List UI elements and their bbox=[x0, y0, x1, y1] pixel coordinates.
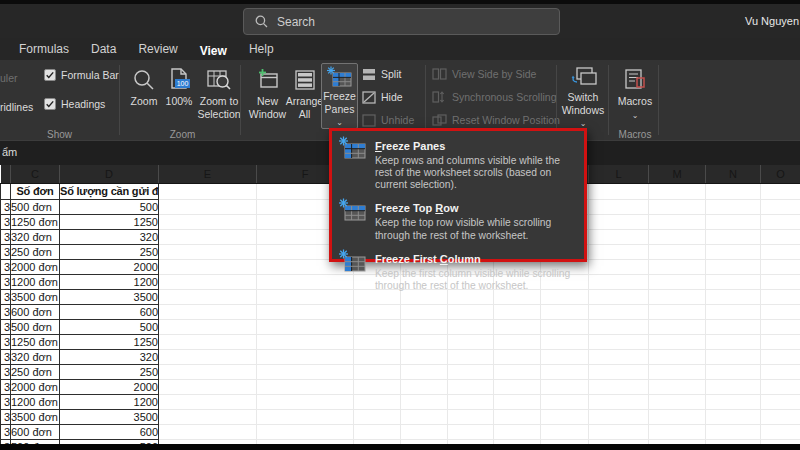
empty-cell[interactable] bbox=[159, 274, 257, 289]
empty-cell[interactable] bbox=[589, 199, 649, 214]
cell-quantity[interactable]: 500 bbox=[60, 199, 159, 214]
empty-cell[interactable] bbox=[761, 214, 800, 229]
cell-orders[interactable]: 500 đơn bbox=[11, 319, 60, 334]
empty-cell[interactable] bbox=[401, 334, 448, 349]
empty-cell[interactable] bbox=[541, 394, 589, 409]
zoom-to-selection-button[interactable]: Zoom to Selection bbox=[197, 63, 241, 129]
empty-cell[interactable] bbox=[401, 319, 448, 334]
cell-b[interactable]: 3 bbox=[1, 274, 11, 289]
empty-cell[interactable] bbox=[354, 349, 401, 364]
empty-cell[interactable] bbox=[401, 349, 448, 364]
cell-orders[interactable]: 3500 đơn bbox=[11, 409, 60, 424]
cell-quantity[interactable]: 2000 bbox=[60, 259, 159, 274]
empty-cell[interactable] bbox=[706, 199, 761, 214]
empty-cell[interactable] bbox=[159, 319, 257, 334]
reset-window-position-button[interactable]: Reset Window Position bbox=[432, 112, 560, 128]
empty-cell[interactable] bbox=[706, 229, 761, 244]
empty-cell[interactable] bbox=[257, 349, 354, 364]
cell-orders[interactable]: 1250 đơn bbox=[11, 214, 60, 229]
zoom-button[interactable]: Zoom bbox=[127, 63, 161, 129]
cell-b[interactable]: 3 bbox=[1, 289, 11, 304]
tab-formulas[interactable]: Formulas bbox=[8, 42, 80, 60]
cell-quantity[interactable]: 320 bbox=[60, 229, 159, 244]
empty-cell[interactable] bbox=[257, 379, 354, 394]
empty-cell[interactable] bbox=[706, 259, 761, 274]
empty-cell[interactable] bbox=[649, 199, 706, 214]
empty-cell[interactable] bbox=[761, 319, 800, 334]
empty-cell[interactable] bbox=[354, 409, 401, 424]
empty-cell[interactable] bbox=[448, 364, 494, 379]
menu-item-freeze-first-column[interactable]: Freeze First Column Keep the first colum… bbox=[339, 249, 578, 292]
empty-cell[interactable] bbox=[589, 183, 649, 199]
cell-orders[interactable]: 600 đơn bbox=[11, 304, 60, 319]
empty-cell[interactable] bbox=[761, 379, 800, 394]
cell-quantity[interactable]: 600 bbox=[60, 424, 159, 439]
empty-cell[interactable] bbox=[494, 379, 541, 394]
empty-cell[interactable] bbox=[448, 424, 494, 439]
cell-orders[interactable]: 2000 đơn bbox=[11, 259, 60, 274]
empty-cell[interactable] bbox=[401, 304, 448, 319]
empty-cell[interactable] bbox=[649, 229, 706, 244]
empty-cell[interactable] bbox=[761, 364, 800, 379]
cell-quantity[interactable]: 1200 bbox=[60, 394, 159, 409]
empty-cell[interactable] bbox=[706, 244, 761, 259]
empty-cell[interactable] bbox=[354, 424, 401, 439]
empty-cell[interactable] bbox=[589, 394, 649, 409]
cell-quantity[interactable]: 3500 bbox=[60, 289, 159, 304]
menu-item-freeze-panes[interactable]: Freeze Panes Keep rows and columns visib… bbox=[339, 136, 578, 191]
empty-cell[interactable] bbox=[761, 259, 800, 274]
column-header[interactable]: N bbox=[706, 165, 761, 183]
empty-cell[interactable] bbox=[649, 244, 706, 259]
unhide-button[interactable]: Unhide bbox=[362, 112, 414, 128]
column-header[interactable]: D bbox=[60, 165, 159, 183]
empty-cell[interactable] bbox=[257, 394, 354, 409]
cell-quantity[interactable]: 250 bbox=[60, 364, 159, 379]
empty-cell[interactable] bbox=[706, 409, 761, 424]
empty-cell[interactable] bbox=[706, 424, 761, 439]
empty-cell[interactable] bbox=[257, 334, 354, 349]
empty-cell[interactable] bbox=[354, 334, 401, 349]
cell-header-so-luong[interactable]: Số lượng cần gửi đi bbox=[60, 183, 159, 199]
empty-cell[interactable] bbox=[401, 364, 448, 379]
switch-windows-button[interactable]: Switch Windows ⌄ bbox=[558, 63, 608, 129]
empty-cell[interactable] bbox=[589, 424, 649, 439]
empty-cell[interactable] bbox=[649, 364, 706, 379]
empty-cell[interactable] bbox=[649, 319, 706, 334]
cell-quantity[interactable]: 3500 bbox=[60, 409, 159, 424]
empty-cell[interactable] bbox=[589, 409, 649, 424]
cell-quantity[interactable]: 2000 bbox=[60, 379, 159, 394]
empty-cell[interactable] bbox=[761, 424, 800, 439]
column-header[interactable]: C bbox=[11, 165, 60, 183]
cell-quantity[interactable]: 320 bbox=[60, 349, 159, 364]
empty-cell[interactable] bbox=[159, 349, 257, 364]
empty-cell[interactable] bbox=[257, 364, 354, 379]
cell-b[interactable]: 3 bbox=[1, 229, 11, 244]
empty-cell[interactable] bbox=[354, 319, 401, 334]
empty-cell[interactable] bbox=[494, 304, 541, 319]
empty-cell[interactable] bbox=[649, 183, 706, 199]
arrange-all-button[interactable]: Arrange All bbox=[288, 63, 321, 129]
empty-cell[interactable] bbox=[401, 424, 448, 439]
empty-cell[interactable] bbox=[494, 394, 541, 409]
empty-cell[interactable] bbox=[761, 349, 800, 364]
cell-b[interactable]: 3 bbox=[1, 409, 11, 424]
empty-cell[interactable] bbox=[448, 379, 494, 394]
synchronous-scrolling-button[interactable]: Synchronous Scrolling bbox=[432, 89, 556, 105]
cell-orders[interactable]: 600 đơn bbox=[11, 424, 60, 439]
cell-b[interactable]: 3 bbox=[1, 379, 11, 394]
tab-view[interactable]: View bbox=[189, 44, 238, 60]
cell-header-so-don[interactable]: Số đơn bbox=[11, 183, 60, 199]
empty-cell[interactable] bbox=[448, 349, 494, 364]
empty-cell[interactable] bbox=[706, 379, 761, 394]
empty-cell[interactable] bbox=[706, 304, 761, 319]
zoom-100-button[interactable]: 100 100% bbox=[162, 63, 196, 129]
empty-cell[interactable] bbox=[649, 304, 706, 319]
empty-cell[interactable] bbox=[706, 289, 761, 304]
cell-b[interactable]: 3 bbox=[1, 319, 11, 334]
cell-quantity[interactable]: 1250 bbox=[60, 334, 159, 349]
empty-cell[interactable] bbox=[354, 364, 401, 379]
hide-button[interactable]: Hide bbox=[362, 89, 403, 105]
cell-orders[interactable]: 1200 đơn bbox=[11, 274, 60, 289]
empty-cell[interactable] bbox=[448, 304, 494, 319]
empty-cell[interactable] bbox=[649, 424, 706, 439]
